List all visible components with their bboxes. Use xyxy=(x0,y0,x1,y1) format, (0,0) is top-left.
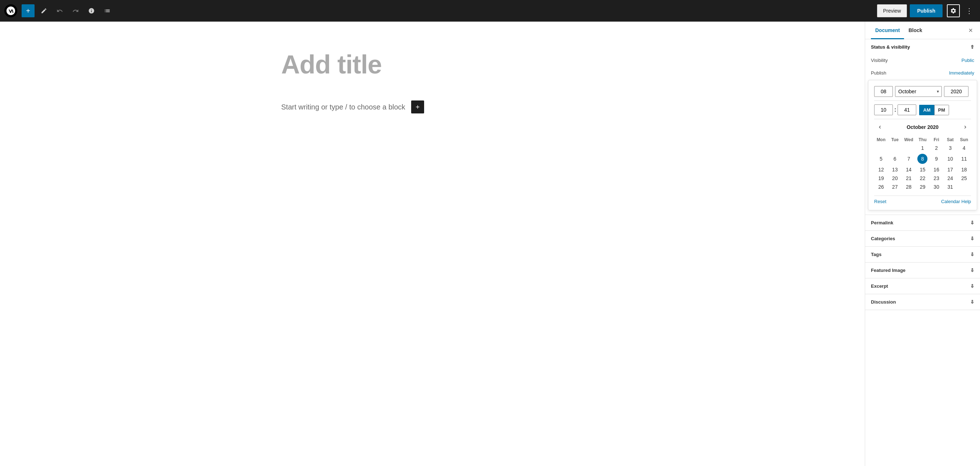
time-colon: : xyxy=(894,107,896,113)
cal-day[interactable]: 14 xyxy=(902,165,916,174)
cal-day[interactable]: 17 xyxy=(943,165,957,174)
cal-day[interactable]: 9 xyxy=(930,152,943,165)
section-discussion: Discussion ⇩ xyxy=(865,294,980,310)
cal-day[interactable]: 29 xyxy=(916,183,929,191)
chevron-down-icon: ⇩ xyxy=(970,236,974,241)
section-discussion-label: Discussion xyxy=(871,299,896,305)
cal-day[interactable]: 15 xyxy=(916,165,929,174)
visibility-row: Visibility Public xyxy=(865,55,980,67)
calendar-title: October 2020 xyxy=(907,124,939,130)
cal-day[interactable]: 28 xyxy=(902,183,916,191)
tab-block[interactable]: Block xyxy=(904,22,926,39)
preview-button[interactable]: Preview xyxy=(877,4,907,17)
settings-button[interactable] xyxy=(947,4,960,17)
cal-day[interactable]: 30 xyxy=(930,183,943,191)
toolbar: + Preview Publish ⋮ xyxy=(0,0,980,22)
calendar-help-link[interactable]: Calendar Help xyxy=(941,199,971,204)
cal-day[interactable]: 26 xyxy=(874,183,888,191)
cal-day[interactable]: 22 xyxy=(916,174,929,183)
cal-next-button[interactable] xyxy=(959,123,971,132)
cal-day[interactable]: 6 xyxy=(888,152,902,165)
editor-area: Add title Start writing or type / to cho… xyxy=(281,51,584,437)
cal-day[interactable]: 12 xyxy=(874,165,888,174)
cal-day[interactable]: 3 xyxy=(943,144,957,152)
cal-day xyxy=(874,144,888,152)
datetime-popup: January February March April May June Ju… xyxy=(868,80,977,210)
section-excerpt-header[interactable]: Excerpt ⇩ xyxy=(865,278,980,294)
cal-day[interactable]: 27 xyxy=(888,183,902,191)
hour-input[interactable] xyxy=(874,105,893,115)
cal-day[interactable]: 23 xyxy=(930,174,943,183)
chevron-down-icon: ⇩ xyxy=(970,283,974,289)
edit-mode-button[interactable] xyxy=(37,4,50,17)
info-button[interactable] xyxy=(85,4,98,17)
reset-link[interactable]: Reset xyxy=(874,199,886,204)
chevron-left-icon xyxy=(877,124,883,130)
month-select-wrap: January February March April May June Ju… xyxy=(895,86,942,97)
section-categories: Categories ⇩ xyxy=(865,231,980,247)
section-excerpt-label: Excerpt xyxy=(871,283,888,289)
section-categories-label: Categories xyxy=(871,236,895,241)
publish-button[interactable]: Publish xyxy=(910,4,943,17)
title-placeholder[interactable]: Add title xyxy=(281,51,584,79)
cal-prev-button[interactable] xyxy=(874,123,886,132)
cal-day[interactable]: 8 xyxy=(916,152,929,165)
year-input[interactable] xyxy=(944,86,969,97)
section-tags-label: Tags xyxy=(871,252,881,257)
datetime-row1: January February March April May June Ju… xyxy=(874,86,971,97)
status-visibility-title: Status & visibility xyxy=(871,44,910,50)
redo-button[interactable] xyxy=(69,4,82,17)
cal-day-header: Mon xyxy=(874,136,888,144)
pencil-icon xyxy=(41,8,47,14)
cal-day[interactable]: 1 xyxy=(916,144,929,152)
cal-day[interactable]: 19 xyxy=(874,174,888,183)
pm-button[interactable]: PM xyxy=(934,105,950,115)
cal-day[interactable]: 13 xyxy=(888,165,902,174)
section-categories-header[interactable]: Categories ⇩ xyxy=(865,231,980,247)
undo-button[interactable] xyxy=(53,4,66,17)
section-featured-image-label: Featured Image xyxy=(871,267,905,273)
list-view-button[interactable] xyxy=(101,4,114,17)
cal-day[interactable]: 10 xyxy=(943,152,957,165)
cal-day[interactable]: 20 xyxy=(888,174,902,183)
sidebar-close-button[interactable]: × xyxy=(967,25,974,36)
calendar-footer: Reset Calendar Help xyxy=(874,196,971,204)
cal-day[interactable]: 2 xyxy=(930,144,943,152)
calendar-grid: MonTueWedThuFriSatSun 123456789101112131… xyxy=(874,136,971,191)
minute-input[interactable] xyxy=(897,105,916,115)
cal-day[interactable]: 21 xyxy=(902,174,916,183)
cal-day xyxy=(957,183,971,191)
cal-day-header: Sun xyxy=(957,136,971,144)
publish-value[interactable]: Immediately xyxy=(949,70,974,76)
section-featured-image: Featured Image ⇩ xyxy=(865,262,980,278)
section-discussion-header[interactable]: Discussion ⇩ xyxy=(865,294,980,310)
cal-day[interactable]: 5 xyxy=(874,152,888,165)
more-options-button[interactable]: ⋮ xyxy=(963,4,976,17)
cal-selected-day: 8 xyxy=(917,154,928,164)
cal-day[interactable]: 24 xyxy=(943,174,957,183)
cal-day[interactable]: 7 xyxy=(902,152,916,165)
cal-day[interactable]: 25 xyxy=(957,174,971,183)
section-featured-image-header[interactable]: Featured Image ⇩ xyxy=(865,262,980,278)
month-select[interactable]: January February March April May June Ju… xyxy=(895,86,942,97)
add-block-toolbar-button[interactable]: + xyxy=(22,4,35,17)
plus-icon xyxy=(415,104,420,110)
chevron-down-icon: ⇩ xyxy=(970,299,974,305)
section-tags-header[interactable]: Tags ⇩ xyxy=(865,247,980,262)
cal-day[interactable]: 18 xyxy=(957,165,971,174)
add-block-inline-button[interactable] xyxy=(411,100,424,113)
tab-document[interactable]: Document xyxy=(871,22,904,39)
section-permalink-header[interactable]: Permalink ⇩ xyxy=(865,215,980,231)
visibility-value[interactable]: Public xyxy=(962,57,974,63)
cal-day xyxy=(888,144,902,152)
redo-icon xyxy=(72,8,79,14)
chevron-right-icon xyxy=(963,124,968,130)
status-visibility-header[interactable]: Status & visibility ⇧ xyxy=(865,39,980,55)
cal-day[interactable]: 11 xyxy=(957,152,971,165)
cal-day[interactable]: 31 xyxy=(943,183,957,191)
am-button[interactable]: AM xyxy=(919,105,934,115)
day-input[interactable] xyxy=(874,86,893,97)
cal-day[interactable]: 4 xyxy=(957,144,971,152)
section-permalink: Permalink ⇩ xyxy=(865,215,980,231)
cal-day[interactable]: 16 xyxy=(930,165,943,174)
